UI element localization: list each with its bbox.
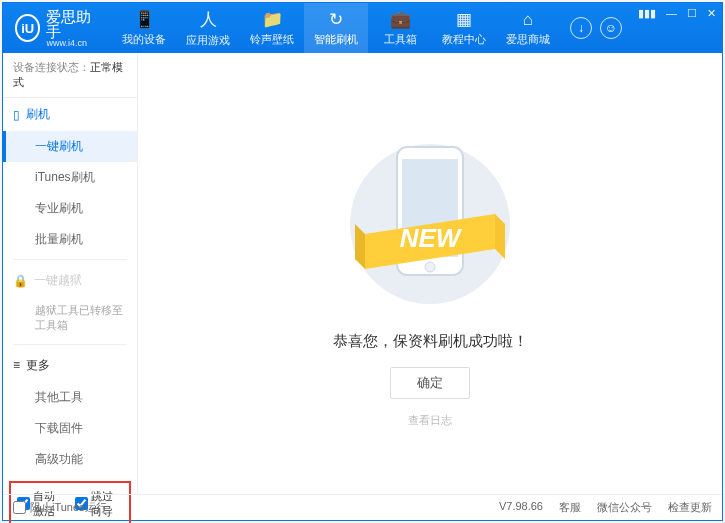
maximize-button[interactable]: ☐ xyxy=(687,7,697,20)
lock-icon: 🔒 xyxy=(13,274,28,288)
minimize-button[interactable]: — xyxy=(666,7,677,19)
nav-my-device[interactable]: 📱我的设备 xyxy=(112,3,176,53)
sidebar-item-itunes-flash[interactable]: iTunes刷机 xyxy=(3,162,137,193)
download-button[interactable]: ↓ xyxy=(570,17,592,39)
user-button[interactable]: ☺ xyxy=(600,17,622,39)
sidebar-item-download-firmware[interactable]: 下载固件 xyxy=(3,413,137,444)
refresh-icon: ↻ xyxy=(329,9,343,30)
sidebar: 设备连接状态：正常模式 ▯ 刷机 一键刷机 iTunes刷机 专业刷机 批量刷机… xyxy=(3,53,138,494)
toolbox-icon: 💼 xyxy=(390,9,411,30)
device-icon: 📱 xyxy=(134,9,155,30)
home-icon: ⌂ xyxy=(523,10,533,30)
check-update-link[interactable]: 检查更新 xyxy=(668,500,712,515)
svg-point-3 xyxy=(425,262,435,272)
close-button[interactable]: ✕ xyxy=(707,7,716,20)
wechat-link[interactable]: 微信公众号 xyxy=(597,500,652,515)
view-log-link[interactable]: 查看日志 xyxy=(408,413,452,428)
svg-text:NEW: NEW xyxy=(400,223,463,253)
block-itunes-checkbox[interactable]: 阻止iTunes运行 xyxy=(13,500,107,515)
nav-apps-games[interactable]: 人应用游戏 xyxy=(176,3,240,53)
sidebar-item-pro-flash[interactable]: 专业刷机 xyxy=(3,193,137,224)
jailbreak-note: 越狱工具已转移至 工具箱 xyxy=(3,297,137,340)
support-link[interactable]: 客服 xyxy=(559,500,581,515)
folder-icon: 📁 xyxy=(262,9,283,30)
nav-ringtones[interactable]: 📁铃声壁纸 xyxy=(240,3,304,53)
sidebar-item-advanced[interactable]: 高级功能 xyxy=(3,444,137,475)
statusbar: 阻止iTunes运行 V7.98.66 客服 微信公众号 检查更新 xyxy=(3,494,722,520)
ok-button[interactable]: 确定 xyxy=(390,367,470,399)
sidebar-item-other-tools[interactable]: 其他工具 xyxy=(3,382,137,413)
grid-icon: ▦ xyxy=(456,9,472,30)
app-url: www.i4.cn xyxy=(46,39,100,48)
phone-icon: ▯ xyxy=(13,108,20,122)
menu-icon: ≡ xyxy=(13,358,20,372)
app-name: 爱思助手 xyxy=(46,9,100,39)
main-nav: 📱我的设备 人应用游戏 📁铃声壁纸 ↻智能刷机 💼工具箱 ▦教程中心 ⌂爱思商城 xyxy=(112,3,560,53)
nav-shop[interactable]: ⌂爱思商城 xyxy=(496,3,560,53)
success-message: 恭喜您，保资料刷机成功啦！ xyxy=(333,332,528,351)
nav-tutorials[interactable]: ▦教程中心 xyxy=(432,3,496,53)
sidebar-item-batch-flash[interactable]: 批量刷机 xyxy=(3,224,137,255)
version-label: V7.98.66 xyxy=(499,500,543,515)
titlebar: iU 爱思助手 www.i4.cn 📱我的设备 人应用游戏 📁铃声壁纸 ↻智能刷… xyxy=(3,3,722,53)
connection-status: 设备连接状态：正常模式 xyxy=(3,53,137,98)
success-illustration: NEW xyxy=(345,119,515,314)
nav-toolbox[interactable]: 💼工具箱 xyxy=(368,3,432,53)
sidebar-section-jailbreak: 🔒 一键越狱 xyxy=(3,264,137,297)
sidebar-section-more[interactable]: ≡ 更多 xyxy=(3,349,137,382)
logo-icon: iU xyxy=(15,14,40,42)
app-logo: iU 爱思助手 www.i4.cn xyxy=(3,9,112,48)
nav-smart-flash[interactable]: ↻智能刷机 xyxy=(304,3,368,53)
apps-icon: 人 xyxy=(200,8,217,31)
bars-icon[interactable]: ▮▮▮ xyxy=(638,7,656,20)
sidebar-section-flash[interactable]: ▯ 刷机 xyxy=(3,98,137,131)
sidebar-item-oneclick-flash[interactable]: 一键刷机 xyxy=(3,131,137,162)
main-content: NEW 恭喜您，保资料刷机成功啦！ 确定 查看日志 xyxy=(138,53,722,494)
